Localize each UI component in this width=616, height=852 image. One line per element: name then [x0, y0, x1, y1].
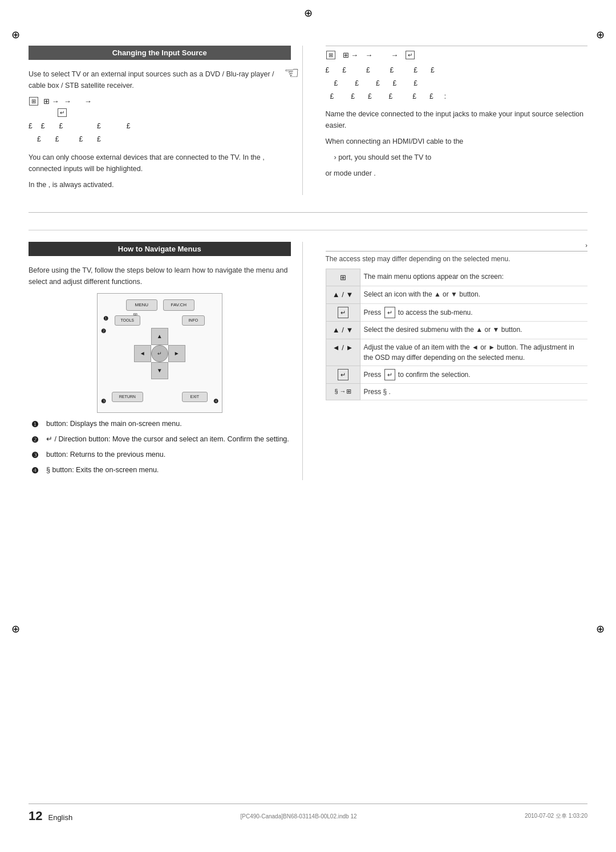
exit-label: EXIT	[190, 395, 199, 399]
top-divider	[326, 46, 588, 46]
bottom-right-column: › The access step may differ depending o…	[320, 242, 588, 480]
arrow3: →	[84, 97, 92, 106]
tools-button: TOOLS	[115, 315, 140, 326]
bullet-num-4: ❹	[31, 465, 43, 477]
right-desc3: › port, you should set the TV to	[334, 152, 588, 163]
bottom-left-column: How to Navigate Menus Before using the T…	[29, 242, 303, 480]
nav-row-3: ↵ Press ↵ to access the sub-menu.	[326, 303, 587, 322]
favch-button: FAV.CH	[163, 299, 194, 311]
right-desc2: When connecting an HDMI/DVI cable to the	[326, 136, 588, 147]
dpad-down: ▼	[151, 362, 168, 379]
right-source-row2: £ £ £ £ £	[334, 77, 588, 90]
dpad-right: ►	[168, 345, 185, 362]
bullet-num-2: ❷	[31, 434, 43, 446]
bullet-item-3: ❸ button: Returns to the previous menu.	[29, 449, 291, 461]
source-icon: ⊞	[29, 97, 38, 106]
info-label: INFO	[188, 318, 198, 322]
right-menu-path: ⊞ ⊞ → → → ↵	[326, 51, 588, 59]
label3: ❸	[101, 398, 106, 404]
return-button: RETURN	[112, 392, 143, 402]
right-source-row3: £ £ £ £ £ £ :	[330, 90, 588, 103]
menu-path-row: ⊞ ⊞ → → →	[29, 97, 291, 106]
sym6: £	[127, 120, 131, 133]
nav-icon-2: ▲ / ▼	[326, 286, 360, 304]
section-title-input-source: Changing the Input Source	[29, 46, 291, 60]
nav-icon-4: ▲ / ▼	[326, 322, 360, 339]
nav-icon-7: § →⊞	[326, 384, 360, 400]
nav-desc-3: Press ↵ to access the sub-menu.	[360, 303, 587, 322]
sym9: £	[79, 133, 83, 146]
nav-icon-1: ⊞	[326, 269, 360, 286]
nav-icon-3: ↵	[326, 303, 360, 322]
nav-row-5: ◄ / ► Adjust the value of an item with t…	[326, 339, 587, 366]
right-source-row1: £ £ £ £ £ £	[326, 64, 588, 77]
enter-icon-inline: ↵	[384, 307, 395, 319]
right-arr3: →	[391, 51, 398, 59]
top-section: Changing the Input Source Use to select …	[29, 40, 587, 195]
left-column-top: Changing the Input Source Use to select …	[29, 46, 303, 195]
nav-desc-4: Select the desired submenu with the ▲ or…	[360, 322, 587, 339]
nav-row-7: § →⊞ Press § .	[326, 384, 587, 400]
source-row1: £ £ £ £ £	[29, 120, 291, 133]
right-desc4: or mode under .	[326, 168, 588, 179]
enter-icon-3: ↵	[338, 307, 348, 319]
footer-filename: [PC490-Canada]BN68-03114B-00L02.indb 12	[241, 813, 357, 819]
tools-label: TOOLS	[120, 318, 134, 322]
nav-row-2: ▲ / ▼ Select an icon with the ▲ or ▼ but…	[326, 286, 587, 304]
page-language: English	[48, 813, 72, 822]
confirm-icon-small: ↵	[58, 108, 67, 117]
menu-path-row2: ↵	[57, 108, 291, 117]
remote-inner: MENU FAV.CH ⊞ TOOLS INFO ❶	[98, 294, 222, 412]
sym8: £	[55, 133, 59, 146]
sym7: £	[37, 133, 41, 146]
menu-button: MENU	[126, 299, 157, 311]
nav-desc-1: The main menu options appear on the scre…	[360, 269, 587, 286]
favch-label: FAV.CH	[171, 302, 187, 307]
label1: ❶	[103, 315, 108, 322]
bullet-text-4: § button: Exits the on-screen menu.	[46, 465, 159, 476]
dpad: ▲ ▼ ◄ ► ↵	[134, 328, 185, 379]
source-symbols: £ £ £ £ £ £ £ £ £	[29, 120, 291, 146]
input-source-body1: You can only choose external devices tha…	[29, 152, 291, 175]
menu-label: MENU	[135, 302, 148, 307]
sym1: £	[29, 120, 33, 133]
input-source-body2: In the , is always activated.	[29, 179, 291, 190]
label2: ❷	[101, 328, 106, 334]
navigation-table: ⊞ The main menu options appear on the sc…	[326, 269, 588, 401]
navigate-intro: Before using the TV, follow the steps be…	[29, 265, 291, 287]
middle-divider	[29, 212, 587, 213]
right-arr1: ⊞ →	[343, 51, 359, 59]
bullet-num-3: ❸	[31, 449, 43, 461]
nav-icon-6: ↵	[326, 366, 360, 384]
bullet-text-1: button: Displays the main on-screen menu…	[46, 419, 182, 429]
page-number: 12	[29, 809, 42, 823]
nav-desc-6: Press ↵ to confirm the selection.	[360, 366, 587, 384]
bullet-text-3: button: Returns to the previous menu.	[46, 449, 165, 460]
arrow2: →	[64, 97, 71, 106]
nav-icon-5: ◄ / ►	[326, 339, 360, 366]
info-button: INFO	[182, 315, 205, 326]
note-mark: ›	[326, 242, 588, 249]
page-number-area: 12 English	[29, 809, 72, 823]
right-source-symbols: £ £ £ £ £ £ £ £ £ £ £ £ £ £	[326, 64, 588, 103]
remote-diagram: MENU FAV.CH ⊞ TOOLS INFO ❶	[97, 293, 222, 413]
sym2: £	[41, 120, 45, 133]
nav-row-6: ↵ Press ↵ to confirm the selection.	[326, 366, 587, 384]
sym10: £	[97, 133, 101, 146]
page-footer: 12 English [PC490-Canada]BN68-03114B-00L…	[29, 804, 587, 823]
bullet-item-2: ❷ ↵ / Direction button: Move the cursor …	[29, 434, 291, 446]
right-confirm-icon: ↵	[406, 51, 415, 59]
bullet-item-1: ❶ button: Displays the main on-screen me…	[29, 419, 291, 431]
nav-row-1: ⊞ The main menu options appear on the sc…	[326, 269, 587, 286]
dpad-center: ↵	[151, 345, 168, 362]
right-top-line	[326, 251, 588, 251]
bullet-list: ❶ button: Displays the main on-screen me…	[29, 419, 291, 477]
right-source-icon: ⊞	[326, 51, 335, 59]
sym3: £	[59, 120, 63, 133]
nav-desc-7: Press § .	[360, 384, 587, 400]
dpad-left: ◄	[134, 345, 151, 362]
footer-date: 2010-07-02 오후 1:03:20	[525, 812, 587, 820]
hand-pointer-icon: ☜	[284, 63, 299, 83]
right-arr2: →	[365, 51, 372, 59]
sym5: £	[97, 120, 101, 133]
